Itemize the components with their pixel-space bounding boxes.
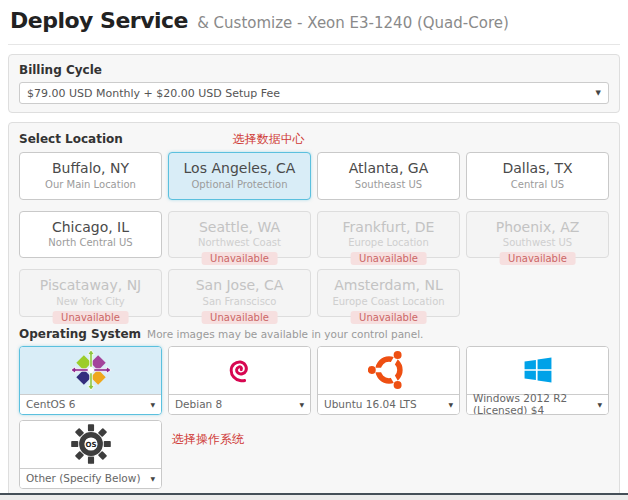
os-option-ubuntu[interactable]: Ubuntu 16.04 LTS ▼ (317, 346, 460, 415)
location-annotation: 选择数据中心 (233, 131, 305, 148)
chevron-down-icon: ▼ (299, 401, 304, 408)
chevron-down-icon: ▼ (448, 401, 453, 408)
chevron-down-icon: ▼ (596, 89, 601, 97)
billing-cycle-panel: Billing Cycle $79.00 USD Monthly + $20.0… (8, 54, 620, 113)
os-grid-row-2: OS Other (Specify Below) ▼ 选择操作系统 (19, 420, 609, 489)
select-location-header: Select Location 选择数据中心 (19, 131, 609, 148)
os-option-windows[interactable]: Windows 2012 R2 (Licensed) $4 ▼ (466, 346, 609, 415)
os-annotation-cell: 选择操作系统 (168, 420, 311, 489)
empty-grid-cell (466, 269, 609, 317)
location-grid: Buffalo, NY Our Main Location Los Angele… (19, 152, 609, 317)
header-divider (8, 44, 620, 45)
debian-logo (169, 347, 310, 394)
centos-logo (20, 347, 161, 394)
ubuntu-logo (318, 347, 459, 394)
location-option-frankfurt: Frankfurt, DE Europe Location Unavailabl… (317, 211, 460, 259)
location-option-los-angeles[interactable]: Los Angeles, CA Optional Protection (168, 152, 311, 200)
page-title: Deploy Service (10, 8, 188, 33)
page-subtitle: & Customize - Xeon E3-1240 (Quad-Core) (197, 14, 509, 32)
os-select-other[interactable]: Other (Specify Below) ▼ (20, 468, 161, 488)
os-select-debian[interactable]: Debian 8 ▼ (169, 394, 310, 414)
unavailable-badge: Unavailable (52, 311, 129, 324)
os-grid-row-1: CentOS 6 ▼ Debian 8 ▼ (19, 346, 609, 415)
billing-cycle-selected-option: $79.00 USD Monthly + $20.00 USD Setup Fe… (27, 87, 280, 100)
os-annotation: 选择操作系统 (172, 432, 244, 446)
os-option-other[interactable]: OS Other (Specify Below) ▼ (19, 420, 162, 489)
empty-grid-cell (466, 420, 609, 489)
location-option-buffalo[interactable]: Buffalo, NY Our Main Location (19, 152, 162, 200)
os-select-centos[interactable]: CentOS 6 ▼ (20, 394, 161, 414)
billing-cycle-label: Billing Cycle (19, 63, 609, 77)
os-select-ubuntu[interactable]: Ubuntu 16.04 LTS ▼ (318, 394, 459, 414)
location-option-dallas[interactable]: Dallas, TX Central US (466, 152, 609, 200)
operating-system-section: Operating System More images may be avai… (19, 327, 609, 489)
chevron-down-icon: ▼ (597, 401, 602, 408)
footer-divider-bar (0, 493, 628, 500)
select-location-label: Select Location (19, 132, 123, 146)
location-option-phoenix: Phoenix, AZ Southwest US Unavailable (466, 211, 609, 259)
unavailable-badge: Unavailable (350, 311, 427, 324)
unavailable-badge: Unavailable (201, 311, 278, 324)
billing-cycle-select[interactable]: $79.00 USD Monthly + $20.00 USD Setup Fe… (19, 82, 609, 104)
os-select-windows[interactable]: Windows 2012 R2 (Licensed) $4 ▼ (467, 394, 608, 414)
unavailable-badge: Unavailable (499, 252, 576, 265)
windows-logo (467, 347, 608, 394)
location-option-seattle: Seattle, WA Northwest Coast Unavailable (168, 211, 311, 259)
operating-system-label: Operating System (19, 327, 141, 341)
chevron-down-icon: ▼ (150, 401, 155, 408)
location-option-piscataway: Piscataway, NJ New York City Unavailable (19, 269, 162, 317)
unavailable-badge: Unavailable (350, 252, 427, 265)
location-option-amsterdam: Amsterdam, NL Europe Coast Location Unav… (317, 269, 460, 317)
svg-text:OS: OS (85, 440, 96, 449)
chevron-down-icon: ▼ (150, 475, 155, 482)
location-option-chicago[interactable]: Chicago, IL North Central US (19, 211, 162, 259)
operating-system-note: More images may be available in your con… (147, 328, 423, 340)
os-option-debian[interactable]: Debian 8 ▼ (168, 346, 311, 415)
empty-grid-cell (317, 420, 460, 489)
unavailable-badge: Unavailable (201, 252, 278, 265)
os-option-centos[interactable]: CentOS 6 ▼ (19, 346, 162, 415)
other-os-gear-logo: OS (20, 421, 161, 468)
configuration-panel: Select Location 选择数据中心 Buffalo, NY Our M… (8, 122, 620, 498)
operating-system-header: Operating System More images may be avai… (19, 327, 609, 341)
location-option-atlanta[interactable]: Atlanta, GA Southeast US (317, 152, 460, 200)
location-option-san-jose: San Jose, CA San Franscisco Unavailable (168, 269, 311, 317)
page-header: Deploy Service & Customize - Xeon E3-124… (0, 0, 628, 37)
